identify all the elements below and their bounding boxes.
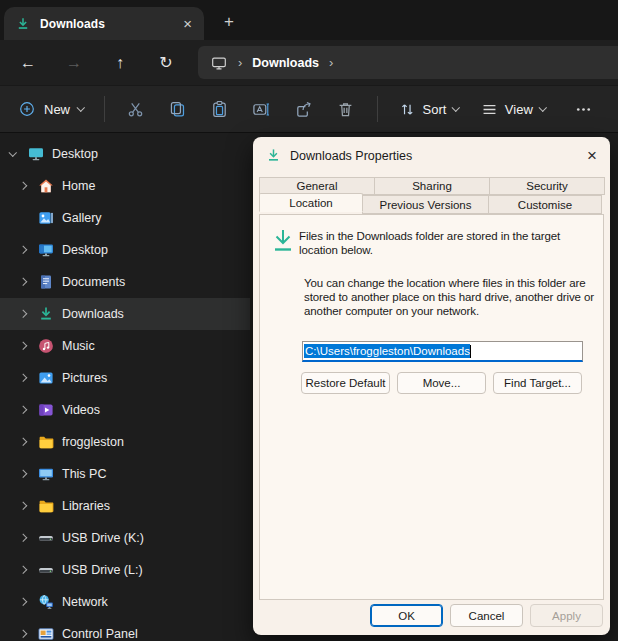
dialog-close-icon[interactable]: × xyxy=(587,147,597,164)
tab-previous-versions[interactable]: Previous Versions xyxy=(362,195,489,214)
chevron-right-icon[interactable] xyxy=(16,535,30,541)
sidebar-item-music[interactable]: Music xyxy=(0,330,250,362)
breadcrumb-chevron-icon[interactable]: › xyxy=(329,55,333,70)
music-icon xyxy=(38,338,54,354)
move-button[interactable]: Move... xyxy=(397,372,486,394)
sort-icon xyxy=(399,101,416,118)
tab-sharing[interactable]: Sharing xyxy=(374,177,490,195)
chevron-right-icon[interactable] xyxy=(16,343,30,349)
cut-icon xyxy=(126,100,145,119)
trash-icon xyxy=(336,100,355,119)
sidebar-item-label: Network xyxy=(62,595,108,609)
sidebar-item-this-pc[interactable]: This PC xyxy=(0,458,250,490)
paste-button[interactable] xyxy=(199,92,241,126)
this-pc-icon[interactable] xyxy=(210,54,228,72)
location-action-buttons: Restore Default Move... Find Target... xyxy=(301,372,582,394)
refresh-icon[interactable]: ↻ xyxy=(144,46,188,80)
toolbar-divider xyxy=(104,96,105,122)
more-options-button[interactable] xyxy=(562,92,604,126)
home-icon xyxy=(38,178,54,194)
ok-button[interactable]: OK xyxy=(370,604,443,627)
chevron-expanded-icon[interactable] xyxy=(6,151,20,157)
tab-customise[interactable]: Customise xyxy=(488,195,602,214)
target-path-input[interactable]: C:\Users\froggleston\Downloads xyxy=(302,341,583,362)
back-icon[interactable]: ← xyxy=(6,46,50,80)
sidebar-item-pictures[interactable]: Pictures xyxy=(0,362,250,394)
chevron-right-icon[interactable] xyxy=(16,279,30,285)
chevron-right-icon[interactable] xyxy=(16,247,30,253)
sidebar-item-usb-drive-k[interactable]: USB Drive (K:) xyxy=(0,522,250,554)
new-button[interactable]: New xyxy=(8,92,94,126)
sidebar-item-libraries[interactable]: Libraries xyxy=(0,490,250,522)
this-pc-icon xyxy=(38,466,54,482)
sidebar-item-desktop-pinned[interactable]: Desktop xyxy=(0,138,250,170)
navigation-pane: Desktop Home Gallery Desktop Documen xyxy=(0,133,250,641)
sidebar-item-label: Pictures xyxy=(62,371,107,385)
sidebar-item-documents[interactable]: Documents xyxy=(0,266,250,298)
tab-bar: Downloads × + xyxy=(0,0,618,40)
tab-security[interactable]: Security xyxy=(489,177,605,195)
chevron-right-icon[interactable] xyxy=(16,567,30,573)
explorer-tab-downloads[interactable]: Downloads × xyxy=(4,7,204,40)
desktop-icon xyxy=(38,242,54,258)
chevron-right-icon[interactable] xyxy=(16,599,30,605)
up-icon[interactable]: ↑ xyxy=(98,46,142,80)
forward-icon[interactable]: → xyxy=(52,46,96,80)
sidebar-item-label: froggleston xyxy=(62,435,124,449)
new-tab-button[interactable]: + xyxy=(214,9,244,35)
breadcrumb-chevron-icon[interactable]: › xyxy=(238,55,242,70)
chevron-right-icon[interactable] xyxy=(16,631,30,637)
delete-button[interactable] xyxy=(325,92,367,126)
sidebar-item-label: Libraries xyxy=(62,499,110,513)
view-icon xyxy=(481,101,498,118)
share-icon xyxy=(294,100,313,119)
sidebar-item-froggleston[interactable]: froggleston xyxy=(0,426,250,458)
chevron-right-icon[interactable] xyxy=(16,311,30,317)
view-button[interactable]: View xyxy=(470,92,556,126)
chevron-right-icon[interactable] xyxy=(16,375,30,381)
sidebar-item-label: USB Drive (L:) xyxy=(62,563,143,577)
breadcrumb-location[interactable]: Downloads xyxy=(252,56,319,70)
sidebar-item-label: Videos xyxy=(62,403,100,417)
main-area: Desktop Home Gallery Desktop Documen xyxy=(0,133,618,641)
sidebar-item-control-panel[interactable]: Control Panel xyxy=(0,618,250,641)
usb-drive-icon xyxy=(38,562,54,578)
sort-button-label: Sort xyxy=(423,102,447,117)
copy-icon xyxy=(168,100,187,119)
chevron-right-icon[interactable] xyxy=(16,503,30,509)
sidebar-item-gallery[interactable]: Gallery xyxy=(0,202,250,234)
restore-default-button[interactable]: Restore Default xyxy=(301,372,390,394)
sidebar-item-label: Desktop xyxy=(52,147,98,161)
rename-icon xyxy=(252,100,271,119)
chevron-right-icon[interactable] xyxy=(16,183,30,189)
tab-location[interactable]: Location xyxy=(259,193,363,212)
find-target-button[interactable]: Find Target... xyxy=(493,372,582,394)
network-icon xyxy=(38,594,54,610)
command-toolbar: New Sort View xyxy=(0,85,618,133)
sidebar-item-videos[interactable]: Videos xyxy=(0,394,250,426)
chevron-right-icon[interactable] xyxy=(16,407,30,413)
share-button[interactable] xyxy=(283,92,325,126)
sidebar-item-label: Documents xyxy=(62,275,125,289)
sidebar-item-label: Gallery xyxy=(62,211,102,225)
sidebar-item-usb-drive-l[interactable]: USB Drive (L:) xyxy=(0,554,250,586)
rename-button[interactable] xyxy=(241,92,283,126)
sort-button[interactable]: Sort xyxy=(388,92,470,126)
chevron-right-icon[interactable] xyxy=(16,439,30,445)
copy-button[interactable] xyxy=(157,92,199,126)
cut-button[interactable] xyxy=(115,92,157,126)
dialog-title-bar: Downloads Properties × xyxy=(253,137,610,174)
desktop-pinned-icon xyxy=(28,146,44,162)
intro-text: Files in the Downloads folder are stored… xyxy=(299,229,601,257)
chevron-right-icon[interactable] xyxy=(16,471,30,477)
tab-close-icon[interactable]: × xyxy=(183,16,192,31)
pictures-icon xyxy=(38,370,54,386)
text-caret xyxy=(470,345,471,358)
sidebar-item-home[interactable]: Home xyxy=(0,170,250,202)
address-bar[interactable]: › Downloads › xyxy=(198,46,618,79)
sidebar-item-downloads[interactable]: Downloads xyxy=(0,298,250,330)
sidebar-item-network[interactable]: Network xyxy=(0,586,250,618)
dialog-footer: OK Cancel Apply xyxy=(370,604,603,627)
sidebar-item-desktop[interactable]: Desktop xyxy=(0,234,250,266)
cancel-button[interactable]: Cancel xyxy=(450,604,523,627)
